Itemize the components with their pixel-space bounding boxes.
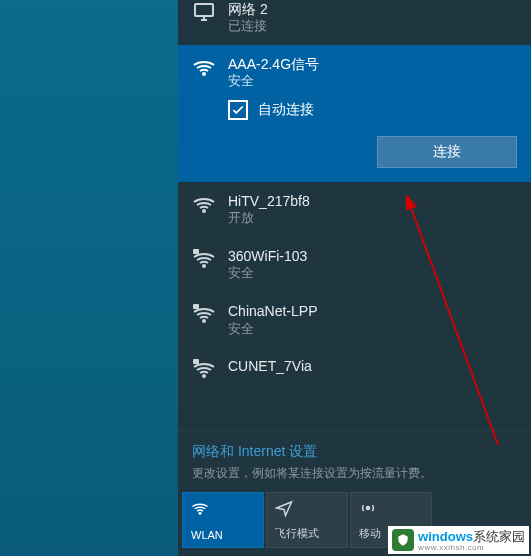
svg-rect-10: [193, 359, 199, 364]
svg-point-7: [203, 320, 205, 322]
airplane-label: 飞行模式: [275, 526, 339, 541]
svg-point-12: [367, 507, 370, 510]
svg-point-4: [203, 210, 205, 212]
watermark: windows系统家园 www.xxihsh.com: [388, 526, 529, 554]
network-item[interactable]: HiTV_217bf8开放: [178, 182, 531, 237]
svg-rect-8: [193, 304, 199, 309]
svg-point-9: [203, 375, 205, 377]
wifi-tile-icon: [191, 499, 209, 517]
svg-point-3: [203, 73, 205, 75]
network-name: HiTV_217bf8: [228, 192, 517, 210]
network-security: 开放: [228, 210, 517, 227]
network-security: 安全: [228, 265, 517, 282]
connect-button[interactable]: 连接: [377, 136, 517, 168]
watermark-badge-icon: [392, 529, 414, 551]
selected-name: AAA-2.4G信号: [228, 55, 517, 73]
network-settings-link[interactable]: 网络和 Internet 设置: [192, 443, 517, 461]
watermark-sub: www.xxihsh.com: [418, 544, 525, 552]
network-name: CUNET_7Via: [228, 357, 517, 375]
svg-rect-0: [195, 4, 213, 16]
network-name: 360WiFi-103: [228, 247, 517, 265]
airplane-icon: [275, 499, 293, 517]
ethernet-status: 已连接: [228, 18, 517, 35]
watermark-text2: 系统家园: [473, 529, 525, 544]
svg-rect-6: [193, 249, 199, 254]
network-item[interactable]: ChinaNet-LPP安全: [178, 292, 531, 347]
hotspot-icon: [359, 499, 377, 517]
wifi-icon: [192, 302, 216, 326]
network-item[interactable]: 360WiFi-103安全: [178, 237, 531, 292]
wifi-icon: [192, 357, 216, 381]
svg-point-5: [203, 265, 205, 267]
network-security: 安全: [228, 321, 517, 338]
svg-point-11: [199, 513, 201, 515]
ethernet-name: 网络 2: [228, 0, 517, 18]
auto-connect-label: 自动连接: [258, 101, 314, 119]
wifi-icon: [192, 247, 216, 271]
wifi-icon: [192, 55, 216, 79]
auto-connect-checkbox[interactable]: [228, 100, 248, 120]
wlan-tile[interactable]: WLAN: [182, 492, 264, 548]
wifi-icon: [192, 192, 216, 216]
network-flyout: 网络 2 已连接 AAA-2.4G信号 安全 自动连接: [178, 0, 531, 556]
watermark-text1: windows: [418, 529, 473, 544]
wlan-label: WLAN: [191, 529, 255, 541]
network-list: 网络 2 已连接 AAA-2.4G信号 安全 自动连接: [178, 0, 531, 430]
selected-network[interactable]: AAA-2.4G信号 安全 自动连接 连接: [178, 45, 531, 182]
ethernet-item[interactable]: 网络 2 已连接: [178, 0, 531, 45]
settings-description: 更改设置，例如将某连接设置为按流量计费。: [192, 465, 517, 482]
network-item[interactable]: CUNET_7Via: [178, 347, 531, 391]
network-name: ChinaNet-LPP: [228, 302, 517, 320]
ethernet-icon: [192, 0, 216, 24]
airplane-tile[interactable]: 飞行模式: [266, 492, 348, 548]
selected-security: 安全: [228, 73, 517, 90]
settings-section: 网络和 Internet 设置 更改设置，例如将某连接设置为按流量计费。: [178, 430, 531, 492]
